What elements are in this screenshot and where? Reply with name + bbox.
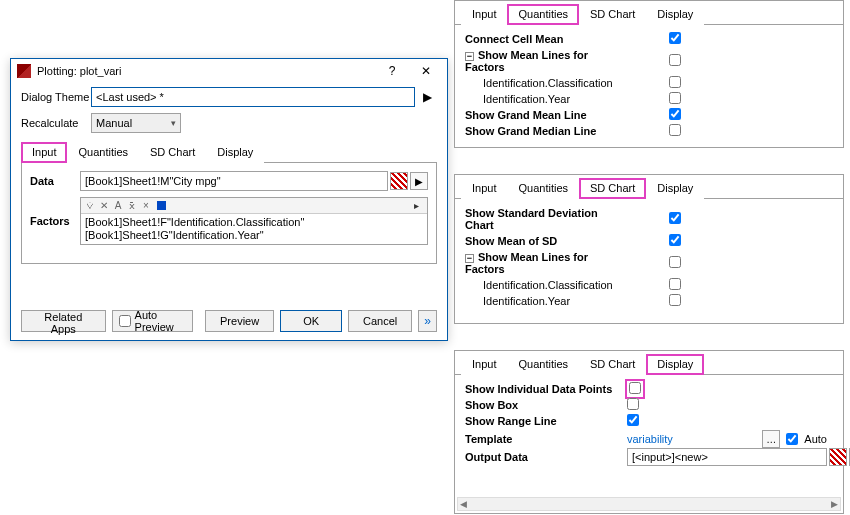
factor-line-1[interactable]: [Book1]Sheet1!F"Identification.Classific… (85, 216, 423, 229)
template-auto-checkbox[interactable] (786, 433, 798, 445)
q-row-5-label: Show Grand Median Line (465, 125, 615, 137)
d-tab-input[interactable]: Input (461, 354, 507, 375)
d-tab-quantities[interactable]: Quantities (507, 354, 579, 375)
data-select-button[interactable] (390, 172, 408, 190)
data-flyout-button[interactable]: ▶ (410, 172, 428, 190)
sd-tab-display[interactable]: Display (646, 178, 704, 199)
data-field[interactable] (80, 171, 388, 191)
sd-tab-sdchart[interactable]: SD Chart (579, 178, 646, 199)
template-value[interactable]: variability (627, 433, 673, 445)
q-row-2-checkbox[interactable] (669, 76, 681, 88)
help-button[interactable]: ? (375, 62, 409, 80)
sd-row-4-checkbox[interactable] (669, 294, 681, 306)
display-panel: Input Quantities SD Chart Display Show I… (454, 350, 844, 514)
sd-tab-quantities[interactable]: Quantities (507, 178, 579, 199)
factor-tool-blue-icon[interactable] (157, 201, 166, 210)
template-auto-label: Auto (804, 433, 827, 445)
sd-row-2-label: −Show Mean Lines for Factors (465, 251, 615, 275)
factor-tool-caret-icon[interactable]: ▸ (409, 200, 423, 211)
q-row-1-label: −Show Mean Lines for Factors (465, 49, 615, 73)
factor-line-2[interactable]: [Book1]Sheet1!G"Identification.Year" (85, 229, 423, 242)
q-row-4-checkbox[interactable] (669, 108, 681, 120)
factor-tool-a-icon[interactable]: A (111, 200, 125, 211)
data-label: Data (30, 175, 80, 187)
tab-display[interactable]: Display (206, 142, 264, 163)
quantities-panel: Input Quantities SD Chart Display Connec… (454, 0, 844, 148)
factor-tool-checkdown-icon[interactable]: ⩒ (83, 200, 97, 211)
preview-button[interactable]: Preview (205, 310, 274, 332)
show-points-label: Show Individual Data Points (465, 383, 615, 395)
tab-input[interactable]: Input (21, 142, 67, 163)
dialog-button-bar: Related Apps Auto Preview Preview OK Can… (11, 304, 447, 340)
q-row-2-label: Identification.Classification (465, 77, 615, 89)
d-tab-sdchart[interactable]: SD Chart (579, 354, 646, 375)
recalculate-label: Recalculate (21, 117, 91, 129)
scroll-right-icon[interactable]: ▶ (831, 499, 838, 509)
factors-toolbar: ⩒ ✕ A x̄ × ▸ (81, 198, 427, 214)
recalculate-value: Manual (96, 117, 132, 129)
factors-box[interactable]: ⩒ ✕ A x̄ × ▸ [Book1]Sheet1!F"Identificat… (80, 197, 428, 245)
tab-quantities[interactable]: Quantities (67, 142, 139, 163)
sd-row-0-label: Show Standard Deviation Chart (465, 207, 615, 231)
related-apps-button[interactable]: Related Apps (21, 310, 106, 332)
sd-row-1-checkbox[interactable] (669, 234, 681, 246)
show-box-label: Show Box (465, 399, 615, 411)
auto-preview-checkbox[interactable] (119, 315, 131, 327)
d-tab-display[interactable]: Display (646, 354, 704, 375)
input-tab-panel: Data ▶ Factors ⩒ ✕ A x̄ × (21, 163, 437, 264)
show-range-label: Show Range Line (465, 415, 615, 427)
q-row-3-label: Identification.Year (465, 93, 615, 105)
chevron-down-icon: ▾ (171, 118, 176, 128)
sd-row-3-label: Identification.Classification (465, 279, 615, 291)
template-browse-button[interactable]: … (762, 430, 780, 448)
tab-sdchart[interactable]: SD Chart (139, 142, 206, 163)
scroll-left-icon[interactable]: ◀ (460, 499, 467, 509)
sd-row-3-checkbox[interactable] (669, 278, 681, 290)
q-row-4-label: Show Grand Mean Line (465, 109, 615, 121)
template-label: Template (465, 433, 615, 445)
dialog-theme-menu-button[interactable]: ▶ (417, 87, 437, 107)
titlebar: Plotting: plot_vari ? ✕ (11, 59, 447, 83)
plot-vari-dialog: Plotting: plot_vari ? ✕ Dialog Theme ▶ R… (10, 58, 448, 341)
auto-preview-wrap[interactable]: Auto Preview (112, 310, 193, 332)
show-points-checkbox[interactable] (629, 382, 641, 394)
factors-label: Factors (30, 197, 80, 227)
q-row-0-checkbox[interactable] (669, 32, 681, 44)
dialog-tabstrip: Input Quantities SD Chart Display (21, 141, 437, 163)
q-row-3-checkbox[interactable] (669, 92, 681, 104)
auto-preview-label: Auto Preview (135, 309, 186, 333)
window-title: Plotting: plot_vari (37, 65, 375, 77)
q-row-0-label: Connect Cell Mean (465, 33, 615, 45)
sdchart-panel: Input Quantities SD Chart Display Show S… (454, 174, 844, 324)
sd-tab-input[interactable]: Input (461, 178, 507, 199)
sd-row-2-tree-toggle[interactable]: − (465, 254, 474, 263)
output-data-field[interactable] (627, 448, 827, 466)
q-row-1-checkbox[interactable] (669, 54, 681, 66)
sd-row-2-checkbox[interactable] (669, 256, 681, 268)
q-tab-input[interactable]: Input (461, 4, 507, 25)
dialog-theme-label: Dialog Theme (21, 91, 91, 103)
close-button[interactable]: ✕ (409, 62, 443, 80)
q-tab-quantities[interactable]: Quantities (507, 4, 579, 25)
output-select-button[interactable] (829, 448, 847, 466)
q-tab-sdchart[interactable]: SD Chart (579, 4, 646, 25)
factor-tool-xbar-icon[interactable]: x̄ (125, 200, 139, 211)
show-box-checkbox[interactable] (627, 398, 639, 410)
show-range-checkbox[interactable] (627, 414, 639, 426)
horizontal-scrollbar[interactable]: ◀ ▶ (457, 497, 841, 511)
ok-button[interactable]: OK (280, 310, 342, 332)
output-data-label: Output Data (465, 451, 615, 463)
sd-row-1-label: Show Mean of SD (465, 235, 615, 247)
recalculate-combo[interactable]: Manual ▾ (91, 113, 181, 133)
expand-button[interactable]: » (418, 310, 437, 332)
q-tab-display[interactable]: Display (646, 4, 704, 25)
app-icon (17, 64, 31, 78)
factor-tool-times-icon[interactable]: × (139, 200, 153, 211)
q-row-5-checkbox[interactable] (669, 124, 681, 136)
cancel-button[interactable]: Cancel (348, 310, 412, 332)
sd-row-4-label: Identification.Year (465, 295, 615, 307)
factor-tool-x-icon[interactable]: ✕ (97, 200, 111, 211)
dialog-theme-input[interactable] (91, 87, 415, 107)
q-row-1-tree-toggle[interactable]: − (465, 52, 474, 61)
sd-row-0-checkbox[interactable] (669, 212, 681, 224)
